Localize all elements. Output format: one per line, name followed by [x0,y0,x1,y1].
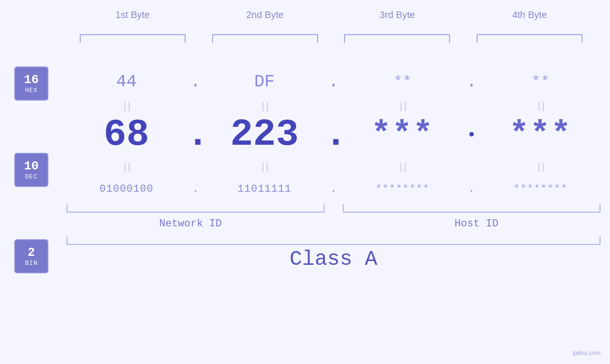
dec-b1: 68 [66,113,187,156]
watermark: ipshu.com [572,349,601,356]
bracket-col1 [66,34,199,43]
badges-column: 16 HEX 10 DEC 2 BIN [14,66,48,273]
hex-b4: ** [480,73,601,91]
dec-b3: *** [343,116,463,153]
eq2-b4: || [480,162,601,173]
hex-row: 44 . DF . ** . ** [66,69,601,95]
eq-row-2: || || || || [66,160,601,174]
bin-badge-num: 2 [28,246,35,260]
network-id-label-container: Network ID [66,218,334,230]
dec-dot1: . [187,113,205,156]
class-bracket [66,236,601,245]
header-col3: 3rd Byte [331,9,464,20]
network-id-label: Network ID [159,218,222,230]
bin-b1: 01000100 [66,183,187,195]
bin-dot2: . [325,183,343,195]
bracket-col3 [331,34,464,43]
eq2-b2: || [205,162,325,173]
bin-badge-label: BIN [25,260,38,267]
eq-row-1: || || || || [66,100,601,113]
hex-b3: ** [343,73,463,91]
id-labels-row: Network ID Host ID [66,215,601,232]
hex-b1: 44 [66,72,187,92]
dec-badge-label: DEC [25,173,38,180]
hex-b2: DF [205,72,325,92]
class-label-container: Class A [66,247,601,271]
bin-dot3: . [462,183,480,195]
bin-badge: 2 BIN [14,239,48,273]
header-col1: 1st Byte [66,9,199,20]
column-headers: 1st Byte 2nd Byte 3rd Byte 4th Byte [66,9,596,20]
hex-dot1: . [187,72,205,92]
host-id-bracket [343,204,601,213]
dec-b4: *** [480,116,601,153]
network-id-bracket [66,204,325,213]
class-label: Class A [290,247,377,271]
dec-badge: 10 DEC [14,153,48,187]
dec-dot2: . [325,113,343,156]
eq1-b2: || [205,101,325,112]
host-id-label-container: Host ID [334,218,601,230]
eq1-b3: || [343,101,463,112]
dec-b2: 223 [205,113,325,156]
bracket-col4 [463,34,596,43]
bin-b3: ******** [343,183,463,195]
bin-row: 01000100 . 11011111 . ******** . *******… [66,177,601,201]
hex-badge: 16 HEX [14,66,48,101]
header-col2: 2nd Byte [199,9,331,20]
dec-row: 68 . 223 . *** ● *** [66,113,601,156]
eq1-b1: || [66,101,187,112]
eq1-b4: || [480,101,601,112]
eq2-b1: || [66,162,187,173]
hex-badge-num: 16 [24,73,38,87]
top-brackets [66,34,596,43]
bin-b4: ******** [480,183,601,195]
host-id-label: Host ID [455,218,498,230]
bracket-col2 [199,34,331,43]
hex-dot2: . [325,72,343,92]
hex-dot3: . [462,72,480,92]
dec-badge-num: 10 [24,159,38,173]
data-area: 44 . DF . ** . ** || || [66,45,601,317]
main-container: 1st Byte 2nd Byte 3rd Byte 4th Byte 16 H… [0,0,610,364]
dec-dot3: ● [462,129,480,140]
header-col4: 4th Byte [463,9,596,20]
hex-badge-label: HEX [25,87,38,94]
eq2-b3: || [343,162,463,173]
bin-b2: 11011111 [205,183,325,195]
bin-dot1: . [187,183,205,195]
